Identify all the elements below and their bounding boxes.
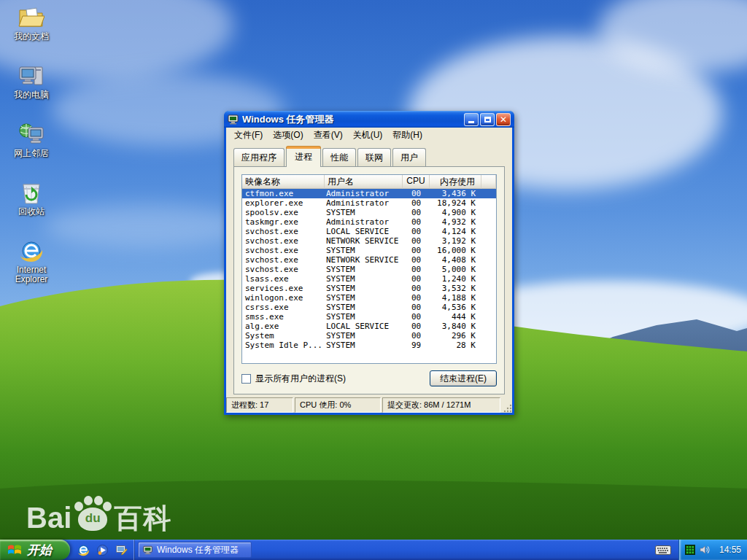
desktop-icon-label: 我的电脑 <box>3 90 60 100</box>
show-desktop-quick-launch-icon[interactable] <box>115 544 128 556</box>
process-row[interactable]: System SYSTEM 00 296 K <box>242 331 496 341</box>
process-row[interactable]: ctfmon.exe Administrator 00 3,436 K <box>242 189 496 198</box>
process-mem-usage: 4,124 K <box>430 227 481 236</box>
process-user-name: SYSTEM <box>325 265 403 274</box>
watermark-text-bai: Bai <box>26 502 71 534</box>
windows-logo-icon <box>7 542 23 558</box>
process-cpu: 00 <box>403 303 430 312</box>
menu-view[interactable]: 查看(V) <box>309 128 348 143</box>
tab-performance[interactable]: 性能 <box>322 148 356 166</box>
end-process-button[interactable]: 结束进程(E) <box>430 370 497 386</box>
desktop-icon-label: 我的文档 <box>3 32 60 42</box>
desktop-icon-my-documents[interactable]: 我的文档 <box>3 4 60 42</box>
process-row[interactable]: csrss.exe SYSTEM 00 4,536 K <box>242 303 496 312</box>
process-cpu: 00 <box>403 284 430 293</box>
tab-users[interactable]: 用户 <box>392 148 426 166</box>
status-commit-charge: 提交更改: 86M / 1271M <box>382 397 500 413</box>
process-row[interactable]: lsass.exe SYSTEM 00 1,240 K <box>242 274 496 284</box>
tab-applications[interactable]: 应用程序 <box>233 148 285 166</box>
desktop-icon-my-computer[interactable]: 我的电脑 <box>3 63 60 100</box>
process-row[interactable]: System Idle P... SYSTEM 99 28 K <box>242 341 496 350</box>
process-cpu: 99 <box>403 341 430 350</box>
process-row[interactable]: taskmgr.exe Administrator 00 4,932 K <box>242 217 496 227</box>
process-cpu: 00 <box>403 322 430 331</box>
process-user-name: SYSTEM <box>325 331 403 341</box>
resize-grip[interactable] <box>502 397 512 413</box>
desktop-icon-label: Internet Explorer <box>3 265 60 284</box>
process-row[interactable]: spoolsv.exe SYSTEM 00 4,900 K <box>242 208 496 217</box>
menu-file[interactable]: 文件(F) <box>229 128 268 143</box>
menu-shutdown[interactable]: 关机(U) <box>348 128 388 143</box>
status-process-count: 进程数: 17 <box>226 397 293 413</box>
language-keyboard-icon[interactable] <box>655 545 671 555</box>
process-mem-usage: 4,536 K <box>430 303 481 312</box>
column-header-cpu[interactable]: CPU <box>403 175 430 189</box>
maximize-button[interactable] <box>480 113 495 126</box>
desktop-icon-network-places[interactable]: 网上邻居 <box>3 121 60 158</box>
minimize-button[interactable] <box>464 113 479 126</box>
process-row[interactable]: explorer.exe Administrator 00 18,924 K <box>242 198 496 208</box>
process-mem-usage: 4,408 K <box>430 255 481 265</box>
process-mem-usage: 3,192 K <box>430 236 481 246</box>
process-list: 映像名称 用户名 CPU 内存使用 ctfmon.exe Administrat… <box>241 174 497 364</box>
process-user-name: SYSTEM <box>325 246 403 255</box>
column-header-user-name[interactable]: 用户名 <box>325 175 403 189</box>
process-mem-usage: 3,840 K <box>430 322 481 331</box>
process-rows: ctfmon.exe Administrator 00 3,436 K expl… <box>242 189 496 363</box>
process-user-name: LOCAL SERVICE <box>325 322 403 331</box>
process-user-name: Administrator <box>325 217 403 227</box>
process-user-name: SYSTEM <box>325 274 403 284</box>
process-cpu: 00 <box>403 236 430 246</box>
menu-options[interactable]: 选项(O) <box>268 128 308 143</box>
process-image-name: ctfmon.exe <box>242 189 325 198</box>
start-button[interactable]: 开始 <box>0 540 70 560</box>
process-cpu: 00 <box>403 189 430 198</box>
taskbar-clock[interactable]: 14:55 <box>719 545 741 555</box>
show-all-users-checkbox[interactable] <box>241 374 251 384</box>
desktop-icon-label: 回收站 <box>3 207 60 217</box>
process-image-name: lsass.exe <box>242 274 325 284</box>
column-header-image-name[interactable]: 映像名称 <box>242 175 325 189</box>
process-row[interactable]: winlogon.exe SYSTEM 00 4,188 K <box>242 293 496 303</box>
volume-tray-icon[interactable] <box>700 545 710 555</box>
column-header-mem-usage[interactable]: 内存使用 <box>430 175 481 189</box>
ie-quick-launch-icon[interactable] <box>77 544 90 556</box>
cpu-meter-tray-icon[interactable] <box>685 545 695 555</box>
menu-help[interactable]: 帮助(H) <box>387 128 427 143</box>
process-row[interactable]: svchost.exe SYSTEM 00 16,000 K <box>242 246 496 255</box>
window-title: Windows 任务管理器 <box>242 113 464 126</box>
desktop-icon-internet-explorer[interactable]: Internet Explorer <box>3 238 60 284</box>
process-user-name: SYSTEM <box>325 293 403 303</box>
window-titlebar[interactable]: Windows 任务管理器 ✕ <box>224 111 514 128</box>
desktop-icon-recycle-bin[interactable]: 回收站 <box>3 179 60 217</box>
process-user-name: SYSTEM <box>325 312 403 322</box>
taskbar-button-task-manager[interactable]: Windows 任务管理器 <box>138 542 252 558</box>
status-cpu-usage: CPU 使用: 0% <box>295 397 381 413</box>
task-manager-icon <box>228 114 239 125</box>
close-button[interactable]: ✕ <box>496 113 511 126</box>
process-row[interactable]: svchost.exe NETWORK SERVICE 00 4,408 K <box>242 255 496 265</box>
process-user-name: SYSTEM <box>325 303 403 312</box>
tab-processes[interactable]: 进程 <box>286 147 321 167</box>
process-image-name: winlogon.exe <box>242 293 325 303</box>
process-image-name: services.exe <box>242 284 325 293</box>
taskbar: 开始 <box>0 540 747 560</box>
cloud <box>44 204 248 248</box>
process-row[interactable]: svchost.exe NETWORK SERVICE 00 3,192 K <box>242 236 496 246</box>
tab-strip: 应用程序 进程 性能 联网 用户 <box>233 147 505 166</box>
process-image-name: spoolsv.exe <box>242 208 325 217</box>
process-row[interactable]: svchost.exe SYSTEM 00 5,000 K <box>242 265 496 274</box>
process-row[interactable]: alg.exe LOCAL SERVICE 00 3,840 K <box>242 322 496 331</box>
process-image-name: svchost.exe <box>242 255 325 265</box>
process-cpu: 00 <box>403 293 430 303</box>
my-documents-icon <box>18 4 45 31</box>
process-row[interactable]: svchost.exe LOCAL SERVICE 00 4,124 K <box>242 227 496 236</box>
process-image-name: explorer.exe <box>242 198 325 208</box>
process-row[interactable]: smss.exe SYSTEM 00 444 K <box>242 312 496 322</box>
media-player-quick-launch-icon[interactable] <box>96 544 109 556</box>
process-image-name: csrss.exe <box>242 303 325 312</box>
tab-networking[interactable]: 联网 <box>357 148 391 166</box>
process-row[interactable]: services.exe SYSTEM 00 3,532 K <box>242 284 496 293</box>
process-user-name: Administrator <box>325 198 403 208</box>
process-image-name: System Idle P... <box>242 341 325 350</box>
